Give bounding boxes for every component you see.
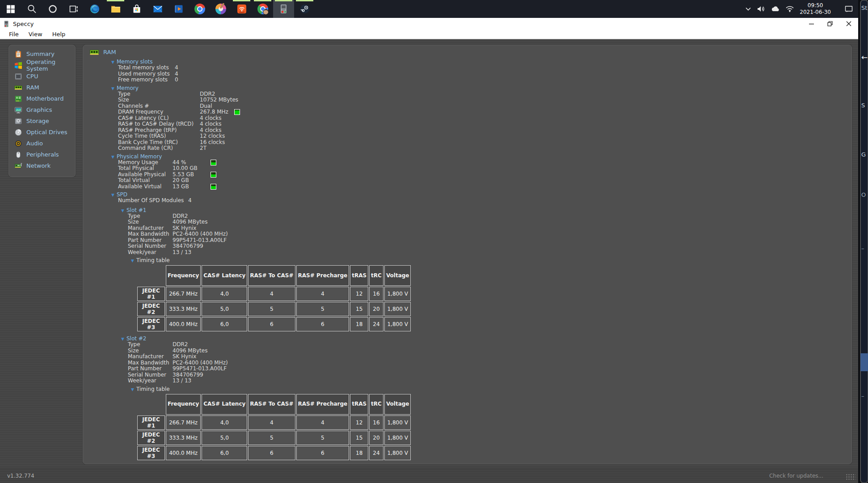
table-column-header: RAS# To CAS# xyxy=(248,265,295,286)
table-cell: 5 xyxy=(248,302,295,316)
field-value: DDR2 xyxy=(173,342,188,348)
check-for-updates-link[interactable]: Check for updates... xyxy=(769,473,823,479)
sidebar-item[interactable]: Network xyxy=(9,160,75,171)
background-window-strip[interactable]: St←SGO–– xyxy=(858,0,868,483)
taskbar-button[interactable] xyxy=(294,0,315,18)
field-value: 2T xyxy=(200,145,206,152)
field-value: 13 / 13 xyxy=(173,250,191,256)
sidebar-item[interactable]: CPU xyxy=(9,71,75,82)
taskbar-button[interactable] xyxy=(21,0,42,18)
taskbar-button[interactable] xyxy=(210,0,231,18)
sidebar-item[interactable]: Optical Drives xyxy=(9,127,75,138)
taskbar-button[interactable] xyxy=(105,0,126,18)
search-icon xyxy=(26,4,37,14)
field-label: Memory Usage xyxy=(118,160,173,166)
taskbar-clock[interactable]: 09:50 2021-06-30 xyxy=(800,2,831,16)
minimize-button[interactable] xyxy=(802,18,821,30)
table-cell: 24 xyxy=(369,446,383,460)
taskbar-button[interactable] xyxy=(63,0,84,18)
table-cell: 1,800 V xyxy=(384,317,411,331)
window-body: Summary Operating System CPU RAM xyxy=(0,39,858,468)
info-row: Part Number 99P5471-013.A00LF xyxy=(83,366,851,372)
background-window-fragment: S xyxy=(861,102,868,109)
restore-button[interactable] xyxy=(821,18,839,30)
section-timing-table-1[interactable]: ▼Timing table xyxy=(83,257,851,263)
action-center-icon[interactable] xyxy=(845,5,853,13)
info-row: DRAM Frequency 267.8 MHz xyxy=(83,109,851,115)
graphics-icon xyxy=(14,106,22,114)
resize-grip[interactable] xyxy=(846,474,855,481)
screen: St←SGO–– xyxy=(0,0,868,483)
onedrive-icon[interactable] xyxy=(771,6,780,12)
section-physical-memory[interactable]: ▼Physical Memory xyxy=(83,153,851,160)
background-window-fragment: St xyxy=(861,4,868,11)
system-tray: 09:50 2021-06-30 xyxy=(745,0,858,18)
close-button[interactable] xyxy=(839,18,858,30)
table-cell: 5,0 xyxy=(202,431,247,445)
field-value: 4 clocks xyxy=(200,115,222,122)
optical-drives-icon xyxy=(14,129,22,136)
table-cell: 1,800 V xyxy=(384,302,411,316)
taskbar-button[interactable] xyxy=(0,0,21,18)
sidebar-item[interactable]: Motherboard xyxy=(9,93,75,104)
store-icon xyxy=(131,4,142,14)
titlebar[interactable]: Speccy xyxy=(0,18,858,30)
section-memory-slots[interactable]: ▼Memory slots xyxy=(83,59,851,65)
field-label: DRAM Frequency xyxy=(118,109,200,115)
taskbar-button[interactable] xyxy=(126,0,147,18)
menu-item[interactable]: View xyxy=(24,31,47,38)
field-label: Bank Cycle Time (tRC) xyxy=(118,140,200,146)
field-value: 4 xyxy=(188,198,192,204)
menu-item[interactable]: File xyxy=(4,31,24,38)
table-cell: 1,800 V xyxy=(384,415,411,430)
info-row: Command Rate (CR) 2T xyxy=(83,145,851,152)
sidebar-item[interactable]: Summary xyxy=(9,48,75,59)
field-label: CAS# Latency (CL) xyxy=(118,115,200,122)
taskbar-button[interactable] xyxy=(168,0,189,18)
table-row: JEDEC #2 333.3 MHz 5,0 5 5 15 20 1,800 V xyxy=(137,302,411,316)
field-label: Max Bandwidth xyxy=(128,360,173,366)
running-indicator xyxy=(254,0,271,1)
volume-icon[interactable] xyxy=(757,5,765,13)
taskbar-button[interactable] xyxy=(84,0,105,18)
tray-chevron-icon[interactable] xyxy=(745,6,751,12)
taskbar-button[interactable] xyxy=(231,0,252,18)
collapse-triangle-icon: ▼ xyxy=(121,208,126,214)
table-cell: 4,0 xyxy=(202,415,247,430)
sidebar-item[interactable]: Operating System xyxy=(9,59,75,71)
desktop: 09:50 2021-06-30 Speccy xyxy=(0,0,858,483)
table-cell: 6,0 xyxy=(202,317,247,331)
sidebar-item[interactable]: RAM xyxy=(9,82,75,93)
table-cell: 4 xyxy=(296,287,350,301)
section-slot2[interactable]: ▼Slot #2 xyxy=(83,335,851,342)
section-timing-table-2[interactable]: ▼Timing table xyxy=(83,386,851,392)
field-value: 99P5471-013.A00LF xyxy=(173,237,227,244)
section-slot1[interactable]: ▼Slot #1 xyxy=(83,207,851,213)
info-row: Number Of SPD Modules 4 xyxy=(83,198,851,204)
field-label: Serial Number xyxy=(128,372,173,378)
taskbar-button[interactable] xyxy=(147,0,168,18)
field-label: Cycle Time (tRAS) xyxy=(118,133,200,140)
sidebar-item[interactable]: Storage xyxy=(9,115,75,127)
sidebar-item-label: Peripherals xyxy=(26,151,59,158)
table-cell: 6 xyxy=(296,446,350,460)
taskbar-button[interactable] xyxy=(189,0,210,18)
wifi-icon[interactable] xyxy=(786,6,794,12)
timing-table-2: FrequencyCAS# LatencyRAS# To CAS#RAS# Pr… xyxy=(136,393,412,461)
section-memory[interactable]: ▼Memory xyxy=(83,85,851,91)
section-spd[interactable]: ▼SPD xyxy=(83,191,851,198)
table-cell: 15 xyxy=(350,431,368,445)
ram-page: RAM ▼Memory slots Total memory slots 4 xyxy=(83,45,851,464)
menu-item[interactable]: Help xyxy=(47,31,71,38)
taskbar-button[interactable] xyxy=(252,0,273,18)
table-cell: 12 xyxy=(350,287,368,301)
sidebar-item[interactable]: Graphics xyxy=(9,104,75,115)
taskbar-button[interactable] xyxy=(273,0,294,18)
taskbar-button[interactable] xyxy=(42,0,63,18)
info-row: Manufacturer SK Hynix xyxy=(83,354,851,360)
timing-table-header-row: FrequencyCAS# LatencyRAS# To CAS#RAS# Pr… xyxy=(137,265,411,286)
tenda-wifi-icon xyxy=(236,4,247,14)
info-row: Used memory slots 4 xyxy=(83,71,851,77)
sidebar-item[interactable]: Peripherals xyxy=(9,149,75,160)
sidebar-item[interactable]: Audio xyxy=(9,138,75,149)
